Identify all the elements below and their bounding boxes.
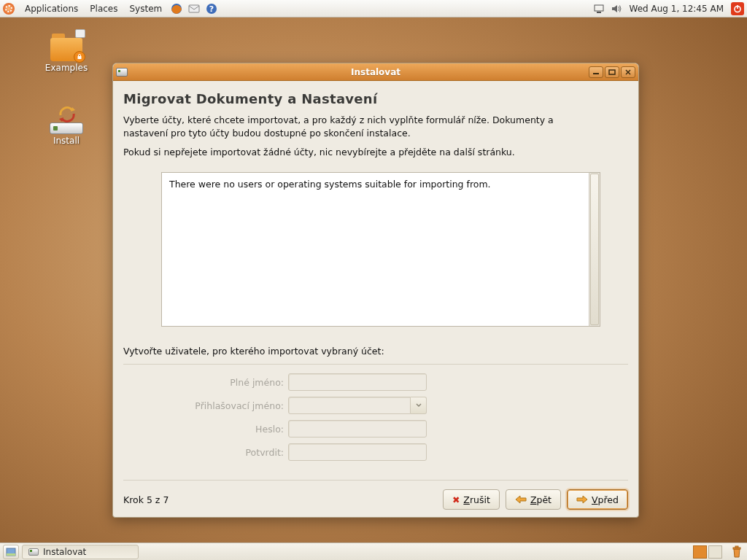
arrow-left-icon xyxy=(515,495,527,504)
menu-system[interactable]: System xyxy=(123,0,168,18)
import-accounts-list[interactable]: There were no users or operating systems… xyxy=(161,172,589,327)
desktop-icon-label: Install xyxy=(34,136,99,146)
network-icon[interactable] xyxy=(592,2,605,15)
menu-applications[interactable]: Applications xyxy=(19,0,84,18)
menu-places[interactable]: Places xyxy=(84,0,123,18)
workspace-1[interactable] xyxy=(693,545,707,559)
input-login[interactable] xyxy=(288,397,411,414)
desktop-icon-label: Examples xyxy=(34,63,99,73)
input-fullname[interactable] xyxy=(288,373,427,391)
list-empty-message: There were no users or operating systems… xyxy=(169,179,491,190)
label-password: Heslo: xyxy=(152,424,284,435)
maximize-button[interactable] xyxy=(605,66,619,78)
bottom-panel: Instalovat xyxy=(0,542,747,560)
svg-rect-4 xyxy=(595,5,603,11)
chevron-down-icon xyxy=(416,403,422,408)
svg-rect-10 xyxy=(609,70,615,74)
page-heading: Migrovat Dokumenty a Nastavení xyxy=(123,91,628,106)
volume-icon[interactable] xyxy=(610,2,623,15)
taskbar-item-instalovat[interactable]: Instalovat xyxy=(22,545,139,559)
trash-icon[interactable] xyxy=(729,545,744,559)
cancel-icon: ✖ xyxy=(452,494,460,505)
create-user-label: Vytvořte uživatele, pro kterého importov… xyxy=(123,346,628,357)
clock[interactable]: Wed Aug 1, 12:45 AM xyxy=(625,4,728,14)
disk-icon xyxy=(50,122,83,134)
minimize-button[interactable] xyxy=(589,66,603,78)
svg-rect-5 xyxy=(597,12,601,13)
svg-rect-14 xyxy=(7,553,15,556)
label-login: Přihlašovací jméno: xyxy=(152,400,284,411)
window-title: Instalovat xyxy=(113,67,638,77)
ubuntu-logo-icon xyxy=(3,3,15,15)
forward-button[interactable]: Vpřed xyxy=(567,489,628,510)
svg-rect-1 xyxy=(189,5,199,12)
installer-window: Instalovat Migrovat Dokumenty a Nastaven… xyxy=(112,63,639,518)
separator xyxy=(123,364,628,365)
input-confirm[interactable] xyxy=(288,443,427,461)
desktop-icon-examples[interactable]: Examples xyxy=(34,32,99,73)
svg-text:?: ? xyxy=(209,4,214,14)
titlebar[interactable]: Instalovat xyxy=(113,63,638,81)
show-desktop-button[interactable] xyxy=(3,545,19,559)
list-scrollbar[interactable] xyxy=(589,172,600,327)
intro-paragraph-1: Vyberte účty, které chcete importovat, a… xyxy=(123,114,590,140)
lock-badge-icon xyxy=(74,51,85,63)
window-app-icon xyxy=(116,68,128,77)
input-password[interactable] xyxy=(288,420,427,438)
shortcut-badge-icon xyxy=(75,29,85,38)
step-indicator: Krok 5 z 7 xyxy=(123,494,169,505)
svg-rect-8 xyxy=(78,56,82,59)
login-dropdown-button[interactable] xyxy=(411,397,427,414)
top-panel: Applications Places System ? Wed Aug 1, … xyxy=(0,0,747,18)
desktop-icon-install[interactable]: Install xyxy=(34,105,99,146)
intro-paragraph-2: Pokud si nepřejete importovat žádné účty… xyxy=(123,146,590,159)
task-app-icon xyxy=(28,548,39,556)
svg-rect-16 xyxy=(735,546,738,548)
close-button[interactable] xyxy=(621,66,635,78)
mail-icon[interactable] xyxy=(187,2,201,15)
label-fullname: Plné jméno: xyxy=(152,377,284,388)
help-icon[interactable]: ? xyxy=(205,2,218,15)
refresh-arrows-icon xyxy=(56,105,78,122)
shutdown-button[interactable] xyxy=(731,2,744,15)
cancel-button[interactable]: ✖ Zrušit xyxy=(443,489,500,510)
label-confirm: Potvrdit: xyxy=(152,447,284,458)
workspace-2[interactable] xyxy=(708,545,722,559)
back-button[interactable]: Zpět xyxy=(506,489,561,510)
arrow-right-icon xyxy=(576,495,588,504)
workspace-switcher[interactable] xyxy=(693,545,722,559)
firefox-icon[interactable] xyxy=(170,2,183,15)
taskbar-item-label: Instalovat xyxy=(43,547,86,557)
